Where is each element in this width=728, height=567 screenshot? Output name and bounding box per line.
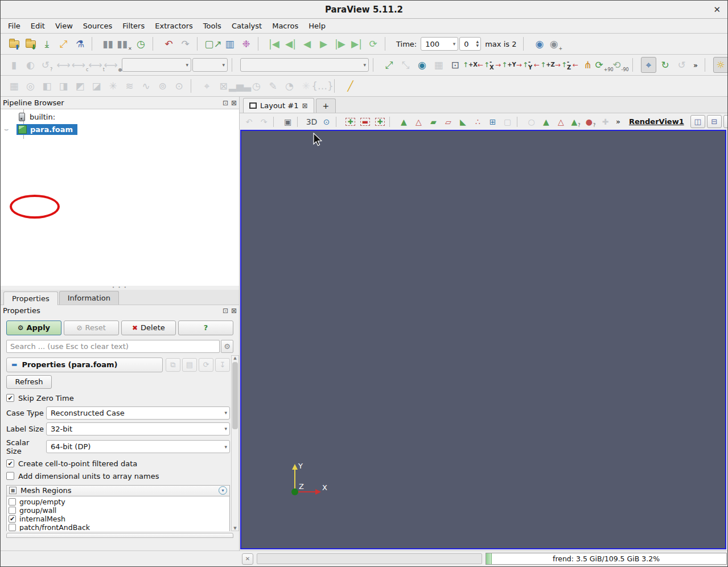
mesh-region-item[interactable]: patch/frontAndBack [9, 523, 229, 532]
next-frame-icon[interactable]: |▶ [332, 36, 348, 52]
cell-to-point-checkbox[interactable]: ✔ [6, 459, 14, 467]
connect-server-icon[interactable]: ▮▮ [100, 36, 116, 52]
favorites-flask-icon[interactable]: ⚗ [72, 36, 88, 52]
redo-icon[interactable]: ↷ [178, 36, 193, 52]
light-kit-icon[interactable]: ☼ [713, 57, 728, 73]
dimensional-units-row[interactable]: Add dimensional units to array names [6, 472, 230, 480]
color-palette-icon[interactable]: ❉ [238, 36, 254, 52]
pipeline-close-icon[interactable]: ⊠ [231, 99, 237, 107]
split-vertical-button[interactable]: ⊟ [707, 115, 722, 128]
mesh-regions-tristate-checkbox[interactable]: ■ [9, 487, 17, 494]
zoom-to-box-icon[interactable]: ⊡ [447, 57, 463, 73]
mesh-region-item[interactable]: group/wall [9, 506, 229, 515]
open-file-icon[interactable]: ⬆ [6, 36, 22, 52]
properties-float-icon[interactable]: ⊡ [223, 307, 228, 315]
mesh-region-checkbox[interactable]: ✔ [9, 515, 16, 523]
layout-tab-close-icon[interactable]: ⊠ [302, 102, 308, 110]
previous-frame-icon[interactable]: ◀| [283, 36, 298, 52]
pipeline-item-parafoam[interactable]: ⌣ para.foam [1, 123, 239, 135]
abort-progress-button[interactable]: ✕ [242, 553, 253, 565]
cell-to-point-row[interactable]: ✔ Create cell-to-point filtered data [6, 459, 230, 468]
search-input[interactable] [6, 340, 220, 353]
pipeline-item-builtin[interactable]: builtin: [1, 110, 239, 123]
show-orientation-axes-icon[interactable]: ⌖ [641, 57, 656, 73]
split-horizontal-button[interactable]: ◫ [690, 115, 705, 128]
camera-zoom-icon[interactable]: ◉ [532, 36, 547, 52]
visibility-eye-icon[interactable]: ⌣ [1, 125, 12, 134]
select-block-icon[interactable]: ⊞ [486, 115, 500, 129]
select-cells-through-icon[interactable]: ▰ [426, 115, 441, 129]
add-layout-tab-button[interactable]: + [316, 98, 336, 113]
render-view-name[interactable]: RenderView1 [629, 117, 684, 126]
save-state-icon[interactable]: ⬇ [23, 36, 38, 52]
menu-help[interactable]: Help [303, 20, 331, 32]
adjust-camera-icon[interactable]: ⊙ [319, 115, 334, 129]
menu-catalyst[interactable]: Catalyst [227, 20, 267, 32]
menu-edit[interactable]: Edit [26, 20, 50, 32]
ruler-icon[interactable]: ╱ [343, 78, 358, 94]
play-icon[interactable]: ▶ [316, 36, 331, 52]
reset-camera-icon[interactable]: ⤢ [381, 57, 397, 73]
select-cells-polygon-icon[interactable]: ◣ [456, 115, 470, 129]
loop-icon[interactable]: ⟳ [365, 36, 381, 52]
render-view[interactable]: Y X Z [240, 130, 726, 549]
menu-extractors[interactable]: Extractors [150, 20, 198, 32]
camera-add-icon[interactable]: ◉+ [548, 36, 564, 52]
menu-sources[interactable]: Sources [78, 20, 117, 32]
extract-selection-icon[interactable]: ▥ [222, 36, 237, 52]
toggle-interaction-mode-button[interactable]: 3D [305, 115, 319, 129]
mesh-region-item[interactable]: group/empty [9, 498, 229, 506]
select-cells-on-icon[interactable]: ▲ [397, 115, 411, 129]
tab-properties[interactable]: Properties [3, 291, 58, 305]
select-points-on-icon[interactable]: △ [412, 115, 426, 129]
refresh-button[interactable]: Refresh [6, 375, 52, 389]
mesh-region-item[interactable]: ✔internalMesh [9, 515, 229, 523]
set-view-plus-y-button[interactable]: ↑+Y→ [503, 57, 521, 73]
panel-splitter-handle[interactable] [1, 286, 239, 290]
selected-source-row[interactable]: para.foam [17, 124, 77, 135]
reset-session-icon[interactable]: ▢↗ [205, 36, 221, 52]
skip-zero-time-checkbox[interactable]: ✔ [6, 394, 14, 402]
dimensional-units-checkbox[interactable] [6, 472, 14, 480]
case-type-combo[interactable]: Reconstructed Case▾ [46, 406, 230, 420]
scroll-up-arrow-icon[interactable]: ▲ [233, 356, 236, 360]
add-selection-icon[interactable]: ✚ [343, 115, 357, 129]
menu-view[interactable]: View [50, 20, 78, 32]
properties-scrollbar[interactable]: ▲ ▼ [231, 355, 239, 532]
show-center-of-rotation-icon[interactable]: ↻ [657, 57, 673, 73]
select-points-through-icon[interactable]: ▱ [441, 115, 455, 129]
rotate-90-counterclockwise-icon[interactable]: ⟲-90 [613, 57, 628, 73]
isometric-view-icon[interactable]: ⋔ [580, 57, 595, 73]
frame-spinbox[interactable]: 0▲▼ [459, 37, 481, 51]
interactive-select-points-icon[interactable]: △ [554, 115, 568, 129]
skip-zero-time-row[interactable]: ✔ Skip Zero Time [6, 394, 230, 402]
select-points-polygon-icon[interactable]: ∴ [471, 115, 485, 129]
undo-icon[interactable]: ↶ [161, 36, 176, 52]
save-data-icon[interactable]: ⤓ [39, 36, 55, 52]
capture-screenshot-icon[interactable]: ▣ [281, 115, 295, 129]
properties-section-box[interactable]: ▬ Properties (para.foam) [6, 358, 163, 372]
menu-macros[interactable]: Macros [267, 20, 303, 32]
disconnect-server-icon[interactable]: ▮▮✕ [117, 36, 132, 52]
pipeline-float-icon[interactable]: ⊡ [223, 99, 228, 107]
properties-close-icon[interactable]: ⊠ [231, 307, 237, 315]
menu-tools[interactable]: Tools [198, 20, 227, 32]
set-view-plus-x-button[interactable]: ↑+X← [464, 57, 482, 73]
set-view-minus-y-button[interactable]: ↑-Y← [522, 57, 540, 73]
hover-points-query-icon[interactable]: ●? [583, 115, 598, 129]
help-button[interactable]: ? [178, 321, 233, 335]
mesh-region-checkbox[interactable] [9, 524, 16, 531]
set-view-plus-z-button[interactable]: ↑+Z→ [541, 57, 560, 73]
mesh-region-checkbox[interactable] [9, 498, 16, 506]
interactive-select-cells-icon[interactable]: ▲ [539, 115, 553, 129]
scalar-size-combo[interactable]: 64-bit (DP)▾ [46, 440, 230, 453]
tab-information[interactable]: Information [59, 291, 119, 305]
tab-layout-1[interactable]: Layout #1 ⊠ [243, 98, 314, 113]
set-view-minus-z-button[interactable]: ↑-Z← [561, 57, 579, 73]
mesh-regions-dropdown-icon[interactable]: ▾ [219, 486, 227, 495]
time-value-combo[interactable]: 100▾ [421, 37, 458, 51]
reverse-play-icon[interactable]: ◀ [299, 36, 315, 52]
maximize-view-button[interactable]: □ [723, 115, 728, 128]
recent-connections-icon[interactable]: ◷ [133, 36, 149, 52]
subtract-selection-icon[interactable]: ▬ [358, 115, 372, 129]
